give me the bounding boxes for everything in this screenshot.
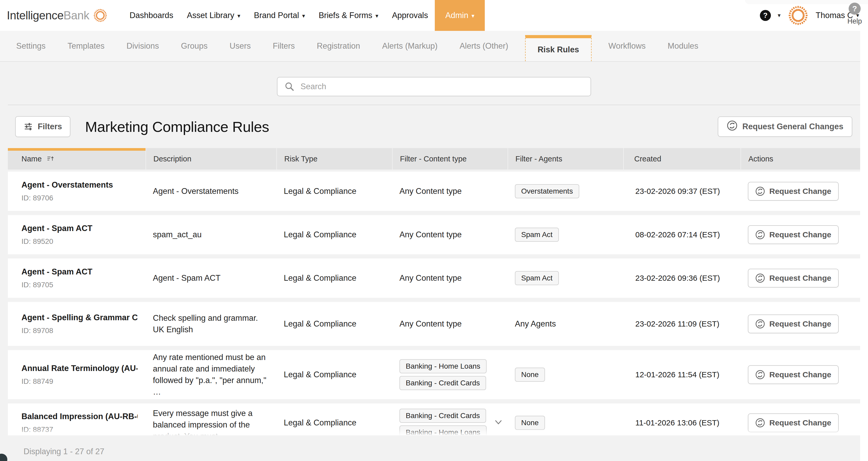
tab-registration[interactable]: Registration — [317, 41, 360, 51]
column-header-filter-content-type[interactable]: Filter - Content type — [392, 148, 507, 169]
chevron-down-icon: ▾ — [471, 12, 474, 19]
tab-groups[interactable]: Groups — [181, 41, 208, 51]
column-header-created[interactable]: Created — [623, 148, 741, 169]
avatar[interactable] — [787, 5, 809, 26]
column-header-name[interactable]: Name — [8, 148, 146, 169]
request-change-button[interactable]: Request Change — [748, 315, 839, 333]
tab-workflows[interactable]: Workflows — [608, 41, 646, 51]
tab-settings[interactable]: Settings — [16, 41, 45, 51]
request-general-changes-label: Request General Changes — [742, 122, 843, 131]
displaying-count: Displaying 1 - 27 of 27 — [24, 447, 104, 456]
expand-chevron[interactable] — [494, 419, 503, 426]
risk-type-cell: Legal & Compliance — [276, 302, 392, 346]
created-cell: 23-02-2026 09:37 (EST) — [623, 172, 741, 211]
filter-content-type-cell: Banking - Home LoansBanking - Credit Car… — [392, 350, 507, 399]
chevron-down-icon[interactable]: ▾ — [778, 12, 781, 19]
table-row: Agent - Spam ACTID: 89520spam_act_auLega… — [8, 215, 860, 254]
filter-text: Any Content type — [399, 319, 462, 329]
search-icon — [284, 81, 295, 92]
filter-chip[interactable]: Spam Act — [515, 271, 559, 285]
filter-chip[interactable]: Banking - Home Loans — [399, 425, 487, 435]
help-icon[interactable]: ? — [849, 3, 861, 15]
column-header-risk-type[interactable]: Risk Type — [276, 148, 392, 169]
name-cell[interactable]: Agent - Spam ACTID: 89705 — [8, 259, 146, 298]
filters-button[interactable]: Filters — [15, 116, 70, 137]
filter-text: Any Content type — [399, 230, 462, 239]
filter-chip[interactable]: Banking - Credit Cards — [399, 409, 486, 423]
filter-content-type-cell: Any Content type — [392, 172, 507, 211]
tab-users[interactable]: Users — [229, 41, 251, 51]
created-cell: 08-02-2026 07:14 (EST) — [623, 215, 741, 254]
created-date: 11-01-2026 13:06 (EST) — [635, 418, 719, 427]
chevron-down-icon: ▾ — [302, 12, 305, 19]
tab-alerts-other[interactable]: Alerts (Other) — [460, 41, 508, 51]
filter-chip[interactable]: None — [515, 416, 545, 430]
name-cell[interactable]: Agent - OverstatementsID: 89706 — [8, 172, 146, 211]
risk-type-text: Legal & Compliance — [284, 230, 356, 239]
tab-templates[interactable]: Templates — [67, 41, 104, 51]
request-change-button[interactable]: Request Change — [748, 414, 839, 432]
filter-chip[interactable]: Overstatements — [515, 184, 579, 198]
expand-chevron-icon[interactable] — [494, 419, 503, 425]
name-cell[interactable]: Annual Rate Terminology (AU-...ID: 88749 — [8, 350, 146, 399]
main-nav: DashboardsAsset Library▾Brand Portal▾Bri… — [123, 0, 485, 31]
request-change-button[interactable]: Request Change — [748, 182, 839, 201]
tab-modules[interactable]: Modules — [668, 41, 699, 51]
sort-ascending-icon — [46, 156, 55, 162]
description-text: Check spelling and grammar. UK English — [153, 312, 269, 335]
name-cell[interactable]: Balanced Impression (AU-RB-0...ID: 88737 — [8, 403, 146, 435]
created-cell: 23-02-2026 11:09 (EST) — [623, 302, 741, 346]
sync-icon — [755, 273, 765, 283]
filter-chip[interactable]: Banking - Credit Cards — [399, 376, 486, 390]
nav-item-dashboards[interactable]: Dashboards — [123, 0, 180, 31]
tab-risk-rules-active[interactable]: Risk Rules — [525, 35, 592, 61]
risk-type-text: Legal & Compliance — [284, 370, 356, 380]
search-band — [0, 62, 868, 105]
filter-chip[interactable]: None — [515, 368, 545, 382]
request-change-button[interactable]: Request Change — [748, 365, 839, 384]
nav-item-brand-portal[interactable]: Brand Portal▾ — [247, 0, 312, 31]
request-change-label: Request Change — [769, 320, 831, 328]
description-text: Agent - Spam ACT — [153, 272, 220, 284]
sync-icon — [755, 418, 765, 428]
description-cell: Check spelling and grammar. UK English — [146, 302, 276, 346]
description-cell: spam_act_au — [146, 215, 276, 254]
risk-type-text: Legal & Compliance — [284, 418, 356, 428]
tab-divisions[interactable]: Divisions — [126, 41, 159, 51]
nav-item-approvals[interactable]: Approvals — [385, 0, 435, 31]
filter-content-type-cell: Banking - Credit CardsBanking - Home Loa… — [392, 403, 507, 435]
nav-item-admin[interactable]: Admin▾ — [435, 0, 485, 31]
tab-alerts-markup[interactable]: Alerts (Markup) — [382, 41, 438, 51]
description-cell: Agent - Spam ACT — [146, 259, 276, 298]
name-cell[interactable]: Agent - Spelling & Grammar C...ID: 89708 — [8, 302, 146, 346]
nav-item-asset-library[interactable]: Asset Library▾ — [180, 0, 247, 31]
filter-text: Any Content type — [399, 273, 462, 283]
table-row: Agent - OverstatementsID: 89706Agent - O… — [8, 172, 860, 211]
logo-text-secondary: Bank — [64, 9, 89, 22]
risk-type-cell: Legal & Compliance — [276, 215, 392, 254]
request-general-changes-button[interactable]: Request General Changes — [718, 117, 852, 137]
tab-filters[interactable]: Filters — [273, 41, 295, 51]
risk-type-cell: Legal & Compliance — [276, 403, 392, 435]
help-widget[interactable]: ? Help — [845, 3, 864, 25]
starburst-logo-icon — [93, 8, 107, 23]
filter-agents-cell: Any Agents — [507, 302, 623, 346]
intelligencebank-logo[interactable]: IntelligenceBank — [7, 8, 107, 23]
column-header-description[interactable]: Description — [146, 148, 276, 169]
nav-item-briefs-forms[interactable]: Briefs & Forms▾ — [312, 0, 385, 31]
request-change-button[interactable]: Request Change — [748, 269, 839, 288]
filter-chip[interactable]: Spam Act — [515, 228, 559, 242]
risk-rules-page: IntelligenceBank DashboardsAsset Library… — [0, 0, 868, 461]
column-header-filter-agents[interactable]: Filter - Agents — [507, 148, 623, 169]
search-box[interactable] — [277, 77, 591, 96]
search-input[interactable] — [301, 82, 584, 91]
request-change-label: Request Change — [769, 418, 831, 427]
description-text: Every message must give a balanced impre… — [153, 408, 269, 435]
request-change-button[interactable]: Request Change — [748, 225, 839, 244]
nav-item-label: Briefs & Forms — [318, 11, 372, 20]
scrollbar-gutter[interactable] — [860, 31, 868, 461]
help-question-icon[interactable]: ? — [760, 10, 771, 21]
name-cell[interactable]: Agent - Spam ACTID: 89520 — [8, 215, 146, 254]
chevron-down-icon: ▾ — [238, 12, 240, 19]
filter-chip[interactable]: Banking - Home Loans — [399, 359, 487, 373]
